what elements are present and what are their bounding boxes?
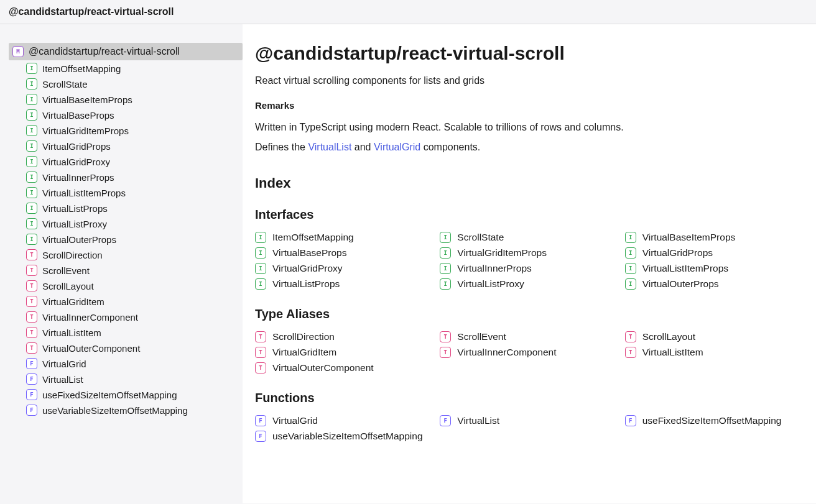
index-item[interactable]: IItemOffsetMapping (255, 232, 434, 243)
interface-icon: I (26, 234, 37, 245)
index-item[interactable]: IVirtualListProps (255, 278, 434, 290)
sidebar-item-label: VirtualGridProxy (42, 157, 110, 167)
index-item[interactable]: IVirtualInnerProps (440, 263, 618, 274)
sidebar-item[interactable]: IVirtualListItemProps (26, 187, 243, 198)
link-virtualgrid[interactable]: VirtualGrid (374, 142, 420, 152)
index-item[interactable]: IVirtualBaseProps (255, 247, 434, 259)
remarks-heading: Remarks (255, 100, 804, 111)
interface-icon: I (625, 263, 636, 274)
index-item[interactable]: IVirtualListItemProps (625, 263, 804, 274)
sidebar-item[interactable]: IVirtualBaseProps (26, 109, 243, 121)
index-item-label: useVariableSizeItemOffsetMapping (272, 431, 423, 442)
index-item[interactable]: IVirtualGridItemProps (440, 247, 618, 259)
interface-icon: I (625, 247, 636, 259)
section-heading-type-aliases: Type Aliases (255, 307, 804, 321)
index-item[interactable]: TVirtualListItem (625, 347, 804, 358)
index-item[interactable]: IVirtualBaseItemProps (625, 232, 804, 243)
sidebar-item[interactable]: TScrollDirection (26, 249, 243, 260)
sidebar-item-label: ScrollLayout (42, 281, 94, 291)
interface-icon: I (26, 94, 37, 105)
sidebar-item[interactable]: IScrollState (26, 78, 243, 89)
function-icon: F (440, 415, 451, 426)
index-item[interactable]: IScrollState (440, 232, 618, 243)
link-virtuallist[interactable]: VirtualList (308, 142, 351, 152)
sidebar-item-label: ScrollDirection (42, 250, 103, 260)
interface-icon: I (440, 263, 451, 274)
index-item[interactable]: IVirtualListProxy (440, 278, 618, 290)
sidebar-item[interactable]: IVirtualListProps (26, 203, 243, 214)
sidebar-item[interactable]: TScrollLayout (26, 280, 243, 291)
sidebar-item[interactable]: IVirtualBaseItemProps (26, 94, 243, 105)
sidebar-item-label: VirtualInnerProps (42, 172, 114, 183)
sidebar-item-label: VirtualListProps (42, 203, 108, 214)
index-item-label: VirtualGridProps (642, 247, 713, 259)
sidebar-item[interactable]: IVirtualGridProps (26, 140, 243, 152)
index-item-label: VirtualGrid (272, 415, 318, 426)
sidebar-item-label: VirtualList (42, 374, 83, 385)
sidebar-item[interactable]: TVirtualGridItem (26, 296, 243, 307)
sidebar-item-label: ScrollState (42, 79, 88, 89)
sidebar-item[interactable]: TVirtualListItem (26, 327, 243, 338)
interface-icon: I (26, 125, 37, 136)
type-alias-icon: T (255, 331, 266, 342)
sidebar-item[interactable]: FuseVariableSizeItemOffsetMapping (26, 405, 243, 416)
sidebar-item[interactable]: IVirtualGridItemProps (26, 125, 243, 136)
interface-icon: I (255, 232, 266, 243)
sidebar-item[interactable]: TVirtualOuterComponent (26, 342, 243, 354)
sidebar-item[interactable]: IVirtualGridProxy (26, 156, 243, 167)
index-item[interactable]: TScrollLayout (625, 331, 804, 342)
index-item[interactable]: FuseVariableSizeItemOffsetMapping (255, 431, 434, 442)
sidebar-item[interactable]: FVirtualGrid (26, 358, 243, 369)
index-item[interactable]: TVirtualInnerComponent (440, 347, 618, 358)
index-item-label: VirtualGridItemProps (457, 247, 547, 259)
sidebar-item[interactable]: IVirtualInnerProps (26, 172, 243, 183)
interface-icon: I (26, 172, 37, 183)
sidebar-item[interactable]: TScrollEvent (26, 265, 243, 276)
sidebar-item[interactable]: IVirtualListProxy (26, 218, 243, 229)
sidebar-item-label: useVariableSizeItemOffsetMapping (42, 405, 188, 416)
index-item[interactable]: TScrollDirection (255, 331, 434, 342)
index-item[interactable]: TVirtualGridItem (255, 347, 434, 358)
index-item-label: VirtualListItem (642, 347, 703, 358)
type-alias-icon: T (26, 265, 37, 276)
index-item-label: ItemOffsetMapping (272, 232, 354, 243)
module-summary: React virtual scrolling components for l… (255, 75, 804, 86)
sidebar-item-label: VirtualListItemProps (42, 188, 126, 198)
index-item-label: VirtualOuterProps (642, 278, 719, 290)
section-heading-interfaces: Interfaces (255, 208, 804, 222)
type-alias-icon: T (625, 331, 636, 342)
index-item-label: VirtualGridProxy (272, 263, 343, 274)
index-item-label: ScrollEvent (457, 331, 506, 342)
remarks-text: Written in TypeScript using modern React… (255, 122, 804, 133)
section-heading-functions: Functions (255, 391, 804, 405)
sidebar-root[interactable]: M @candidstartup/react-virtual-scroll (9, 43, 243, 60)
index-item[interactable]: TVirtualOuterComponent (255, 362, 434, 373)
interface-icon: I (440, 278, 451, 290)
index-item[interactable]: FuseFixedSizeItemOffsetMapping (625, 415, 804, 426)
index-item[interactable]: IVirtualGridProxy (255, 263, 434, 274)
module-icon: M (12, 46, 24, 57)
interface-icon: I (440, 232, 451, 243)
sidebar-item[interactable]: TVirtualInnerComponent (26, 311, 243, 323)
index-item-label: ScrollState (457, 232, 504, 243)
type-alias-icon: T (26, 327, 37, 338)
function-icon: F (255, 431, 266, 442)
sidebar-item[interactable]: FVirtualList (26, 373, 243, 385)
index-item[interactable]: TScrollEvent (440, 331, 618, 342)
index-item[interactable]: FVirtualList (440, 415, 618, 426)
interface-icon: I (625, 278, 636, 290)
index-item[interactable]: IVirtualOuterProps (625, 278, 804, 290)
sidebar-item[interactable]: IVirtualOuterProps (26, 234, 243, 245)
index-item[interactable]: IVirtualGridProps (625, 247, 804, 259)
index-item-label: VirtualBaseProps (272, 247, 346, 259)
sidebar-item[interactable]: FuseFixedSizeItemOffsetMapping (26, 389, 243, 400)
sidebar-root-label: @candidstartup/react-virtual-scroll (29, 46, 180, 57)
type-alias-icon: T (625, 347, 636, 358)
index-item[interactable]: FVirtualGrid (255, 415, 434, 426)
sidebar-item-label: VirtualGridItem (42, 296, 104, 307)
sidebar-item[interactable]: IItemOffsetMapping (26, 63, 243, 74)
type-alias-icon: T (26, 296, 37, 307)
sidebar-item-label: VirtualOuterComponent (42, 343, 140, 354)
function-icon: F (26, 358, 37, 369)
type-alias-icon: T (26, 311, 37, 323)
